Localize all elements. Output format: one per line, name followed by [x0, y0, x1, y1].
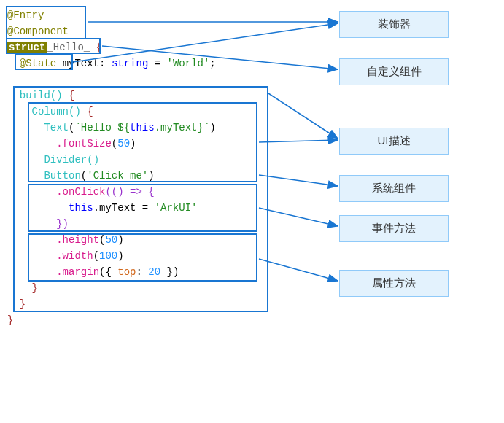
code-block: @Entry @Component struct_Hello_ { @State… — [7, 7, 277, 328]
label-ui-desc: UI描述 — [339, 128, 449, 155]
struct-name: _Hello_ — [47, 42, 90, 53]
component-decorator: @Component — [7, 26, 69, 37]
label-event-method: 事件方法 — [339, 215, 449, 242]
margin-method: .margin — [56, 266, 99, 278]
divider-fn: Divider() — [44, 154, 99, 166]
fontsize-method: .fontSize — [56, 138, 112, 150]
state-decorator: @State — [20, 58, 56, 69]
label-decorator: 装饰器 — [339, 11, 449, 38]
struct-keyword: struct — [7, 42, 47, 53]
entry-decorator: @Entry — [7, 9, 44, 21]
build-fn: build() — [20, 90, 63, 101]
label-attr-method: 属性方法 — [339, 270, 449, 297]
label-system-component: 系统组件 — [339, 175, 449, 202]
svg-line-4 — [268, 93, 338, 139]
column-fn: Column() — [32, 106, 81, 117]
button-fn: Button — [44, 170, 80, 182]
label-custom-component: 自定义组件 — [339, 58, 449, 85]
onclick-method: .onClick — [56, 186, 105, 198]
text-fn: Text — [44, 122, 69, 133]
height-method: .height — [56, 234, 99, 246]
width-method: .width — [56, 250, 93, 262]
